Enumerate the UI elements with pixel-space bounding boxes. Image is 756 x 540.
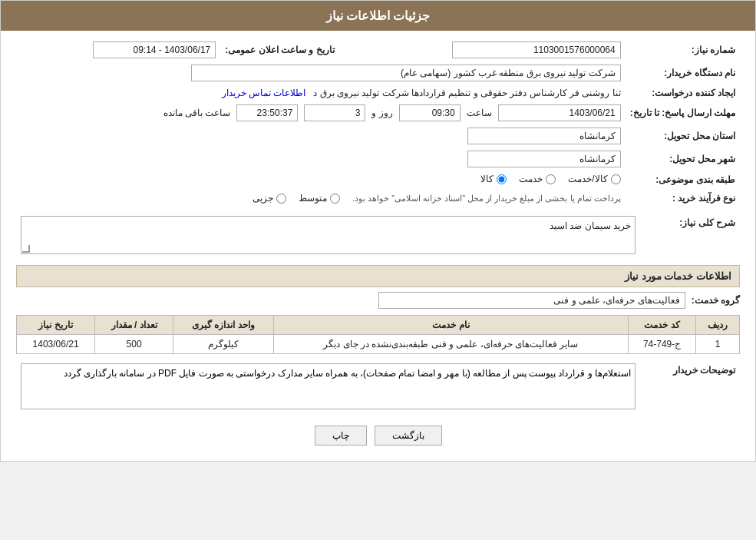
reply-time: 09:30 [399,104,461,121]
city-label: شهر محل تحویل: [626,147,740,171]
reply-day-label: روز و [371,108,392,118]
col-header-quantity: تعداد / مقدار [95,316,173,335]
buyer-name-value: شرکت تولید نیروی برق منطقه غرب کشور (سها… [191,65,621,81]
remaining-label: ساعت باقی مانده [163,108,231,118]
col-header-date: تاریخ نیاز [17,316,95,335]
need-desc-label: شرح کلی نیاز: [640,213,740,257]
city-value: کرمانشاه [467,151,621,167]
announcement-label: تاریخ و ساعت اعلان عمومی: [220,38,349,61]
category-option-khadamat[interactable]: خدمت [519,174,556,184]
purchase-type-label: نوع فرآیند خرید : [626,190,740,207]
services-table: ردیف کد خدمت نام خدمت واحد اندازه گیری ت… [16,315,740,354]
service-group-row: گروه خدمت: فعالیت‌های حرفه‌ای، علمی و فن… [16,292,740,309]
need-desc-value: خرید سیمان ضد اسید [21,216,636,254]
print-button[interactable]: چاپ [315,426,367,446]
reply-time-label: ساعت [467,108,492,118]
need-number-label: شماره نیاز: [626,38,740,61]
cell-quantity: 500 [95,335,173,354]
cell-code: ج-749-74 [629,335,696,354]
col-header-name: نام خدمت [273,316,628,335]
services-section-title: اطلاعات خدمات مورد نیاز [16,265,740,287]
purchase-type-medium[interactable]: متوسط [299,193,340,204]
cell-row: 1 [696,335,740,354]
reply-days: 3 [304,104,365,121]
creator-value: ثنا روشنی فر کارشناس دفتر حقوقی و تنظیم … [313,88,620,98]
back-button[interactable]: بازگشت [375,426,442,446]
resize-handle[interactable] [22,245,30,253]
cell-name: سایر فعالیت‌های حرفه‌ای، علمی و فنی طبقه… [273,335,628,354]
creator-link[interactable]: اطلاعات تماس خریدار [222,88,306,98]
service-group-value: فعالیت‌های حرفه‌ای، علمی و فنی [378,292,685,309]
remaining-time: 23:50:37 [236,104,298,121]
buyer-name-label: نام دستگاه خریدار: [626,61,740,84]
cell-unit: کیلوگرم [173,335,274,354]
category-option-kala-khadamat[interactable]: کالا/خدمت [568,174,620,184]
category-radio-group: کالا/خدمت خدمت کالا [480,174,620,184]
page-header: جزئیات اطلاعات نیاز [1,1,755,31]
col-header-row: ردیف [696,316,740,335]
category-option-kala[interactable]: کالا [480,174,507,184]
reply-deadline-label: مهلت ارسال پاسخ: تا تاریخ: [626,101,740,124]
cell-date: 1403/06/21 [17,335,95,354]
action-buttons: بازگشت چاپ [16,426,740,446]
creator-label: ایجاد کننده درخواست: [626,84,740,101]
need-number-value: 1103001576000064 [452,41,621,58]
purchase-type-partial[interactable]: جزیی [253,193,286,204]
province-value: کرمانشاه [467,128,621,144]
col-header-unit: واحد اندازه گیری [173,316,274,335]
reply-date: 1403/06/21 [498,104,621,121]
table-row: 1 ج-749-74 سایر فعالیت‌های حرفه‌ای، علمی… [17,335,740,354]
col-header-code: کد خدمت [629,316,696,335]
purchase-type-note: پرداخت تمام یا بخشی از مبلغ خریدار از مح… [352,194,621,204]
buyer-notes-label: توضیحات خریدار [640,360,740,415]
category-label: طبقه بندی موضوعی: [626,171,740,190]
province-label: استان محل تحویل: [626,124,740,147]
announcement-value: 1403/06/17 - 09:14 [93,41,216,58]
purchase-type-radio-group: پرداخت تمام یا بخشی از مبلغ خریدار از مح… [253,193,621,204]
page-title: جزئیات اطلاعات نیاز [326,9,431,22]
service-group-label: گروه خدمت: [692,295,740,306]
buyer-notes-value[interactable] [21,363,636,409]
